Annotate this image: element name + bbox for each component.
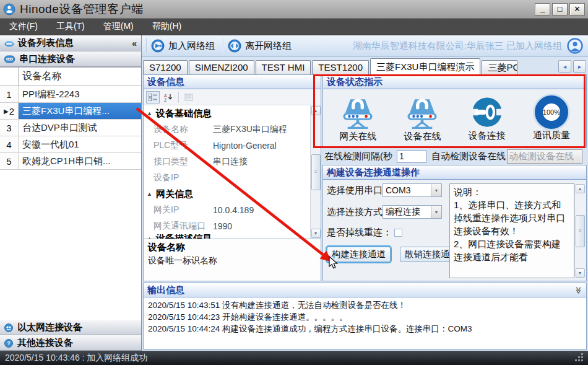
property-row[interactable]: 设备IP (144, 170, 310, 186)
property-value: 串口连接 (209, 156, 310, 167)
title-bar: Hinode设备管理客户端 _ □ ✕ (0, 0, 588, 19)
menu-tools[interactable]: 工具(T) (47, 19, 94, 35)
device-list-sidebar: 设备列表信息 « 串口连接设备 设备名称 1 PPI编程-2243 ▶2 三菱F… (0, 35, 142, 351)
property-description-text: 设备唯一标识名称 (148, 255, 316, 266)
svg-text:Z: Z (164, 98, 167, 102)
categorized-view-icon[interactable] (146, 91, 160, 103)
leave-network-button[interactable]: 离开网络组 (226, 38, 298, 54)
output-log-area: 2020/5/15 10:43:51 没有构建连接通道，无法自动检测设备是否在线… (144, 297, 586, 349)
status-label: 设备在线 (404, 131, 441, 143)
close-button[interactable]: ✕ (569, 3, 585, 15)
category-basic-info[interactable]: ▲设备基础信息 (144, 105, 310, 121)
tab-simenzi200[interactable]: SIMENZI200 (189, 60, 254, 74)
property-row[interactable]: 网关IP10.0.4.189 (144, 202, 310, 218)
category-gateway-info[interactable]: ▲网关信息 (144, 186, 310, 202)
menu-help[interactable]: 帮助(H) (143, 19, 191, 35)
reconnect-checkbox[interactable] (394, 229, 402, 237)
connect-mode-value: 编程连接 (383, 206, 431, 218)
device-name: PPI编程-2243 (19, 86, 141, 102)
property-row[interactable]: 网关通讯端口1990 (144, 218, 310, 234)
gateway-online-icon (340, 94, 376, 130)
menu-file[interactable]: 文件(F) (0, 19, 47, 35)
property-name: 设备名称 (144, 124, 209, 135)
join-network-icon (151, 39, 165, 53)
menu-manage[interactable]: 管理(M) (94, 19, 143, 35)
property-name: 设备IP (144, 172, 209, 183)
sidebar-collapse-icon[interactable]: « (132, 38, 137, 48)
comm-quality-icon: 100% (535, 95, 568, 129)
scrollbar-thumb[interactable]: ≡ (576, 215, 585, 247)
dropdown-icon[interactable]: ▼ (431, 206, 441, 218)
scroll-up-icon[interactable]: ▲ (576, 184, 585, 193)
alphabetical-sort-icon[interactable]: AZ (162, 91, 175, 103)
auto-detect-button[interactable]: 动检测设备在线 (507, 149, 582, 164)
property-grid-toolbar: AZ (144, 89, 321, 105)
property-row[interactable]: 接口类型串口连接 (144, 154, 310, 170)
property-description-title: 设备名称 (148, 242, 316, 253)
device-name: 欧姆龙CP1H串口销... (19, 153, 141, 169)
interval-input[interactable] (397, 150, 426, 163)
property-name: 网关IP (144, 204, 209, 216)
online-detection-row: 在线检测间隔(秒 自动检测设备在线 动检测设备在线 (322, 147, 587, 165)
tab-mitsubishi-fx3u-active[interactable]: 三菱FX3U串口编程演示 (370, 58, 480, 74)
interval-label: 在线检测间隔(秒 (324, 151, 397, 162)
output-title: 输出信息 (147, 284, 184, 296)
minimize-button[interactable]: _ (535, 3, 550, 15)
tab-scroll-right-icon[interactable]: ▸ (573, 60, 586, 73)
row-number: 5 (0, 153, 19, 169)
sidebar-item-other-devices[interactable]: ? 其他连接设备 (0, 335, 141, 351)
leave-network-label: 离开网络组 (245, 40, 292, 52)
scroll-down-icon[interactable]: ▼ (311, 229, 321, 238)
tab-test-hmi[interactable]: TEST HMI (256, 60, 311, 74)
join-network-button[interactable]: 加入网络组 (149, 38, 221, 54)
tab-scroll-left-icon[interactable]: ◂ (558, 60, 571, 73)
user-avatar-icon (567, 38, 583, 54)
main-toolbar: 加入网络组 离开网络组 湖南华辰智通科技有限公司:华辰张三 已加入网络组 (142, 35, 588, 57)
output-header: 输出信息 ≫ (144, 283, 586, 297)
device-list-icon (4, 40, 14, 47)
output-collapse-icon[interactable]: ≫ (575, 286, 583, 294)
property-description-pane: 设备名称 设备唯一标识名称 (144, 239, 321, 281)
resize-grip[interactable] (576, 354, 583, 362)
category-expand-icon: ▲ (147, 110, 152, 117)
maximize-button[interactable]: □ (552, 3, 568, 15)
device-connect-icon (470, 95, 504, 130)
tab-test1200[interactable]: TEST1200 (312, 60, 369, 74)
serial-port-value: COM3 (383, 185, 431, 195)
comm-quality-value: 100% (543, 108, 560, 116)
property-grid-scrollbar[interactable]: ▲ ≡ ▼ (310, 105, 321, 239)
table-row[interactable]: 1 PPI编程-2243 (0, 86, 141, 103)
property-name: 接口类型 (144, 156, 209, 167)
property-value: Hignton-General (209, 141, 310, 151)
device-table: 设备名称 1 PPI编程-2243 ▶2 三菱FX3U串口编程... 3 台达D… (0, 67, 141, 320)
device-name-header: 设备名称 (19, 68, 141, 86)
tab-mitsubishi-pg[interactable]: 三菱PG演 (482, 60, 517, 74)
table-row[interactable]: 3 台达DVP串口测试 (0, 120, 141, 136)
dropdown-icon[interactable]: ▼ (431, 184, 441, 196)
table-row-selected[interactable]: ▶2 三菱FX3U串口编程... (0, 103, 141, 120)
connect-mode-select[interactable]: 编程连接 ▼ (383, 205, 442, 219)
property-row[interactable]: 设备名称三菱FX3U串口编程 (144, 121, 310, 138)
tab-scroll-buttons: ◂ ▸ (556, 60, 588, 74)
table-row[interactable]: 5 欧姆龙CP1H串口销... (0, 153, 141, 170)
toolbar-separator (146, 38, 147, 53)
build-channel-button[interactable]: 构建连接通道 (327, 247, 391, 262)
ethernet-device-icon (4, 323, 13, 332)
tab-s71200[interactable]: S71200 (143, 60, 188, 74)
property-pages-icon (182, 91, 196, 103)
table-row[interactable]: 4 安徽一代机01 (0, 136, 141, 153)
sidebar-item-serial-devices[interactable]: 串口连接设备 (0, 51, 141, 67)
property-row[interactable]: PLC型号Hignton-General (144, 138, 310, 154)
status-comm-quality: 100% 通讯质量 (519, 95, 584, 141)
scrollbar-thumb[interactable]: ≡ (311, 154, 321, 190)
category-device-desc-clipped: ▲设备描述信息 (144, 234, 310, 239)
row-number: 3 (0, 120, 19, 136)
device-name: 三菱FX3U串口编程... (19, 103, 141, 119)
status-label: 设备连接 (469, 130, 506, 142)
scroll-down-icon[interactable]: ▼ (576, 268, 585, 278)
other-device-icon: ? (4, 339, 13, 348)
sidebar-item-ethernet-devices[interactable]: 以太网连接设备 (0, 320, 141, 335)
note-scrollbar[interactable]: ▲ ≡ ▼ (574, 183, 585, 278)
scroll-up-icon[interactable]: ▲ (311, 106, 321, 115)
serial-port-select[interactable]: COM3 ▼ (383, 183, 442, 197)
